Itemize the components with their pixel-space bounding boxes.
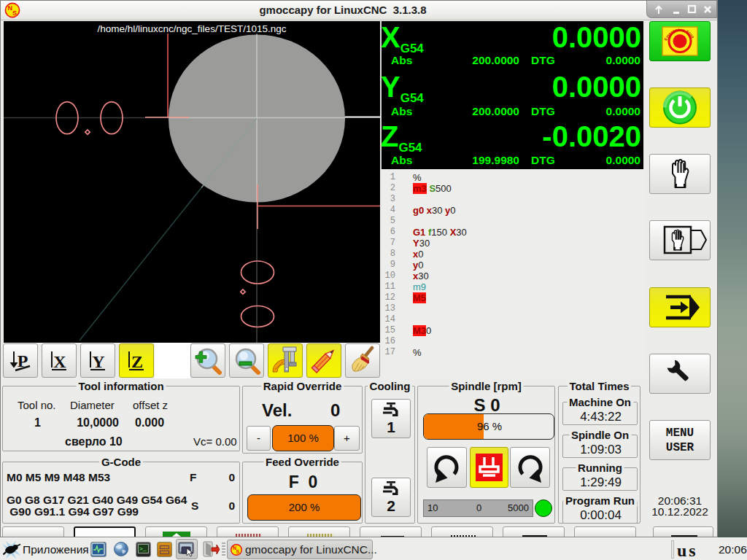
svg-text:S: S [12, 9, 17, 17]
svg-text:P: P [18, 351, 28, 370]
svg-text:Y: Y [92, 352, 104, 371]
svg-text:X: X [53, 352, 66, 371]
svg-text:Z: Z [131, 352, 143, 371]
svg-text:S: S [236, 549, 240, 554]
